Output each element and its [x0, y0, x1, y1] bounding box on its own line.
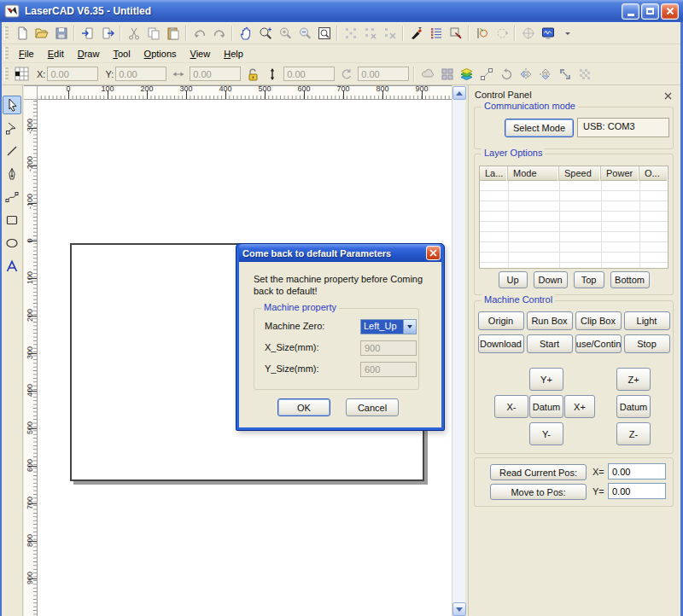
download-button[interactable]: Download — [478, 334, 524, 353]
anchor-grid-icon[interactable] — [12, 65, 32, 84]
pos-y-input[interactable] — [608, 483, 666, 499]
copy-button[interactable] — [143, 24, 163, 43]
save-button[interactable] — [51, 24, 71, 43]
menu-draw[interactable]: Draw — [71, 45, 107, 61]
pause-continue-button[interactable]: Pause/Continue — [575, 334, 622, 353]
pick-zoom-button[interactable] — [446, 24, 465, 43]
column-header-mode[interactable]: Mode — [508, 166, 559, 181]
cut-button[interactable] — [124, 24, 143, 43]
redo-button[interactable] — [209, 24, 229, 43]
jog-x-plus-button[interactable]: X+ — [564, 395, 595, 418]
zoom-in-button[interactable] — [275, 24, 295, 43]
mirror-horizontal-button[interactable] — [516, 65, 535, 84]
pan-button[interactable] — [236, 24, 255, 43]
scroll-up-button[interactable] — [452, 86, 466, 100]
mirror-vertical-button[interactable] — [535, 65, 555, 84]
jog-z-minus-button[interactable]: Z- — [616, 422, 651, 445]
toolbar-more-button[interactable] — [557, 24, 577, 43]
property-toolbar-grip[interactable] — [4, 67, 9, 81]
column-header-power[interactable]: Power — [601, 166, 639, 181]
undo-button[interactable] — [190, 24, 209, 43]
preview-monitor-button[interactable] — [538, 24, 557, 43]
layer-down-button[interactable]: Down — [534, 271, 568, 288]
new-button[interactable] — [12, 24, 32, 43]
simulate-rotate-button[interactable] — [492, 24, 511, 43]
close-button[interactable] — [661, 3, 679, 20]
ok-button[interactable]: OK — [277, 398, 330, 416]
jog-x-minus-button[interactable]: X- — [494, 395, 528, 418]
datum-z-button[interactable]: Datum — [616, 395, 651, 418]
menu-tool[interactable]: Tool — [106, 45, 137, 61]
y-coordinate-input[interactable] — [115, 67, 166, 81]
pen-tool-button[interactable] — [3, 165, 21, 183]
light-button[interactable]: Light — [624, 311, 670, 330]
dialog-close-button[interactable] — [426, 246, 441, 260]
machine-zero-combobox[interactable]: Left_Up — [360, 319, 417, 334]
import-button[interactable] — [78, 24, 97, 43]
clip-box-button[interactable]: Clip Box — [575, 311, 622, 330]
open-button[interactable] — [32, 24, 51, 43]
run-box-button[interactable]: Run Box — [527, 311, 573, 330]
layer-up-button[interactable]: Up — [499, 271, 528, 288]
rotate-input[interactable] — [358, 67, 409, 81]
jog-y-plus-button[interactable]: Y+ — [529, 368, 563, 391]
zoom-dynamic-button[interactable] — [255, 24, 275, 43]
x-coordinate-input[interactable] — [47, 67, 98, 81]
control-panel-close-button[interactable] — [663, 90, 673, 101]
rectangle-tool-button[interactable] — [3, 211, 21, 230]
pattern-fill-button[interactable] — [575, 65, 594, 84]
vertical-scrollbar[interactable] — [452, 86, 465, 616]
array-cut-button[interactable] — [360, 24, 380, 43]
rotate-object-button[interactable] — [496, 65, 516, 84]
resize-button[interactable] — [555, 65, 575, 84]
zoom-page-button[interactable] — [314, 24, 334, 43]
width-input[interactable] — [190, 67, 241, 81]
paste-button[interactable] — [163, 24, 183, 43]
menu-help[interactable]: Help — [217, 45, 250, 61]
datum-xy-button[interactable]: Datum — [529, 395, 563, 418]
menubar-grip[interactable] — [4, 47, 9, 61]
origin-button[interactable]: Origin — [478, 311, 524, 330]
group-grid-button[interactable] — [437, 65, 457, 84]
pick-pen-button[interactable] — [406, 24, 426, 43]
node-edit-tool-button[interactable] — [3, 119, 21, 137]
zoom-out-button[interactable] — [295, 24, 314, 43]
weld-button[interactable] — [417, 65, 437, 84]
menu-view[interactable]: View — [184, 45, 218, 61]
menu-file[interactable]: File — [12, 45, 41, 61]
select-mode-button[interactable]: Select Mode — [505, 119, 574, 137]
bezier-tool-button[interactable] — [3, 188, 21, 206]
array-delete-button[interactable] — [380, 24, 400, 43]
select-tool-button[interactable] — [3, 96, 21, 114]
column-header-speed[interactable]: Speed — [559, 166, 601, 181]
layer-bottom-button[interactable]: Bottom — [610, 271, 650, 288]
read-current-pos-button[interactable]: Read Current Pos: — [490, 464, 587, 480]
stop-button[interactable]: Stop — [624, 334, 670, 353]
layer-table[interactable]: La... Mode Speed Power O... — [479, 166, 668, 269]
height-input[interactable] — [283, 67, 335, 81]
scroll-down-button[interactable] — [452, 602, 466, 616]
menu-options[interactable]: Options — [137, 45, 184, 61]
menu-edit[interactable]: Edit — [41, 45, 71, 61]
toolbar-grip[interactable] — [4, 26, 9, 40]
minimize-button[interactable] — [622, 3, 639, 20]
start-button[interactable]: Start — [527, 334, 573, 353]
column-header-output[interactable]: O... — [639, 166, 668, 181]
layer-top-button[interactable]: Top — [574, 271, 604, 288]
jog-z-plus-button[interactable]: Z+ — [616, 368, 651, 391]
lock-open-icon[interactable] — [242, 65, 262, 84]
combobox-dropdown-button[interactable] — [403, 320, 416, 334]
column-header-layer[interactable]: La... — [480, 166, 508, 181]
layer-list-button[interactable] — [426, 24, 446, 43]
maximize-button[interactable] — [641, 3, 659, 20]
node-edit-button[interactable] — [476, 65, 496, 84]
move-to-pos-button[interactable]: Move to Pos: — [490, 484, 587, 500]
jog-y-minus-button[interactable]: Y- — [529, 422, 563, 445]
text-tool-button[interactable] — [3, 257, 21, 276]
array-copy-button[interactable] — [341, 24, 360, 43]
ellipse-tool-button[interactable] — [3, 234, 21, 253]
layers-button[interactable] — [457, 65, 476, 84]
line-tool-button[interactable] — [3, 142, 21, 160]
pos-x-input[interactable] — [608, 463, 666, 479]
node-circle-button[interactable] — [472, 24, 492, 43]
